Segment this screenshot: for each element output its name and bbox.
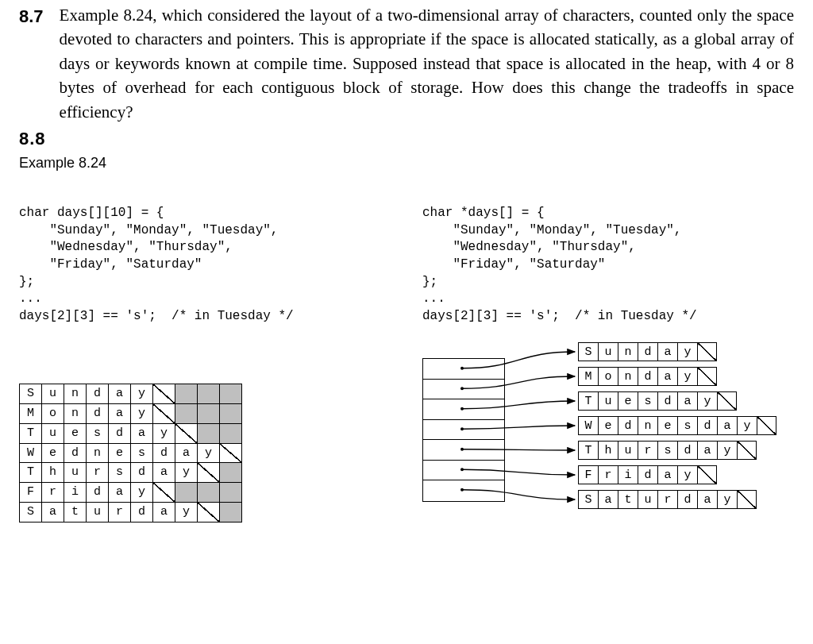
grid-row: Wednesday (20, 443, 242, 463)
grid-cell: s (109, 463, 131, 483)
string-row: Thursday (578, 441, 757, 460)
grid-cell: y (131, 483, 153, 503)
grid-cell: u (42, 423, 64, 443)
contiguous-array-grid: SundayMondayTuesdayWednesdayThursdayFrid… (19, 384, 242, 522)
grid-cell: a (153, 463, 175, 483)
problem-number: 8.7 (19, 3, 44, 29)
grid-cell: d (87, 384, 109, 404)
right-code: char *days[] = { "Sunday", "Monday", "Tu… (422, 205, 794, 325)
grid-cell: y (131, 384, 153, 404)
svg-point-3 (460, 428, 464, 431)
char-cell: i (618, 465, 638, 484)
svg-point-5 (460, 469, 464, 472)
left-code: char days[][10] = { "Sunday", "Monday", … (19, 205, 391, 325)
char-cell: d (697, 416, 717, 435)
char-cell: e (618, 391, 638, 411)
char-cell: n (618, 342, 638, 361)
string-row: Sunday (578, 342, 717, 361)
grid-cell: n (87, 443, 109, 463)
null-terminator-cell (737, 441, 757, 460)
char-cell: a (657, 465, 677, 484)
string-row: Tuesday (578, 391, 737, 411)
grid-cell (198, 502, 220, 522)
grid-cell: M (20, 404, 42, 424)
grid-cell: a (109, 404, 131, 424)
char-cell: y (677, 342, 697, 361)
grid-cell (220, 384, 242, 404)
pointer-arrow (462, 470, 575, 476)
grid-cell: u (42, 384, 64, 404)
grid-cell: d (131, 502, 153, 522)
left-column: char days[][10] = { "Sunday", "Monday", … (19, 205, 391, 529)
char-cell: r (598, 465, 618, 484)
char-cell: y (717, 490, 737, 509)
char-cell: a (717, 416, 737, 435)
string-row: Saturday (578, 490, 757, 509)
char-cell: y (697, 391, 717, 411)
char-cell: h (598, 441, 618, 460)
grid-cell: u (87, 502, 109, 522)
grid-cell: W (20, 443, 42, 463)
grid-cell: a (42, 502, 64, 522)
null-terminator-cell (737, 490, 757, 509)
char-cell: e (598, 416, 618, 435)
grid-cell: a (131, 423, 153, 443)
pointer-arrow (462, 490, 575, 499)
grid-cell: d (131, 463, 153, 483)
char-cell: M (578, 367, 598, 386)
grid-cell (153, 404, 175, 424)
null-terminator-cell (717, 391, 737, 411)
grid-cell: n (64, 384, 87, 404)
svg-point-2 (460, 407, 464, 411)
char-cell: u (638, 490, 657, 509)
string-row: Wednesday (578, 416, 776, 435)
grid-cell (220, 502, 242, 522)
grid-cell: d (87, 483, 109, 503)
grid-row: Saturday (20, 502, 242, 522)
grid-cell: d (87, 404, 109, 424)
char-cell: F (578, 465, 598, 484)
problem-block: 8.7 Example 8.24, which considered the l… (19, 3, 794, 124)
cutoff-number: 8.8 (19, 125, 46, 146)
char-cell: r (657, 490, 677, 509)
char-cell: a (677, 391, 697, 411)
grid-cell (175, 423, 198, 443)
grid-cell: d (64, 443, 87, 463)
grid-cell: r (42, 483, 64, 503)
grid-cell: d (153, 443, 175, 463)
grid-cell: y (175, 463, 198, 483)
null-terminator-cell (697, 367, 717, 386)
char-cell: s (677, 416, 697, 435)
pointer-arrow (462, 401, 575, 409)
grid-cell: t (64, 502, 87, 522)
char-cell: d (677, 441, 697, 460)
string-row: Monday (578, 367, 717, 386)
char-cell: r (638, 441, 657, 460)
grid-cell (175, 384, 198, 404)
grid-row: Friday (20, 483, 242, 503)
grid-cell: y (131, 404, 153, 424)
grid-cell: e (109, 443, 131, 463)
char-cell: a (657, 342, 677, 361)
svg-point-0 (460, 367, 464, 370)
grid-cell: S (20, 384, 42, 404)
grid-cell (198, 384, 220, 404)
char-cell: u (618, 441, 638, 460)
char-cell: d (638, 465, 657, 484)
char-cell: W (578, 416, 598, 435)
char-cell: T (578, 391, 598, 411)
char-cell: s (657, 441, 677, 460)
char-cell: t (618, 490, 638, 509)
grid-cell: i (64, 483, 87, 503)
two-column-figure: char days[][10] = { "Sunday", "Monday", … (19, 205, 794, 529)
grid-cell: u (64, 463, 87, 483)
pointer-array-figure: SundayMondayTuesdayWednesdayThursdayFrid… (422, 342, 794, 529)
char-cell: a (598, 490, 618, 509)
pointer-arrow (462, 449, 575, 450)
char-cell: y (717, 441, 737, 460)
grid-cell: T (20, 423, 42, 443)
grid-cell (198, 463, 220, 483)
grid-cell (175, 483, 198, 503)
pointer-arrow (462, 426, 575, 429)
grid-cell: a (109, 384, 131, 404)
